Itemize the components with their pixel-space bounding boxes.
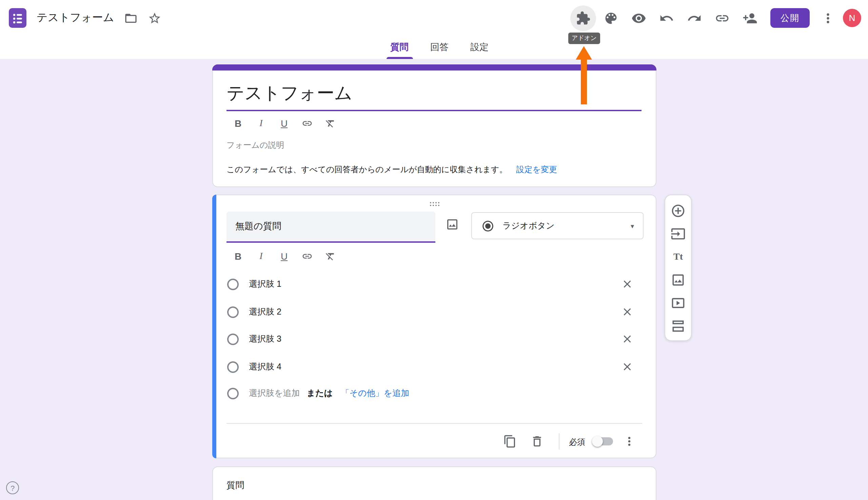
redo-button[interactable] — [681, 5, 707, 31]
option-row: 選択肢 3 — [226, 326, 642, 353]
redo-icon — [687, 11, 701, 25]
tab-bar: 質問 回答 設定 — [0, 36, 868, 59]
star-icon[interactable] — [148, 11, 162, 25]
question-type-value: ラジオボタン — [503, 220, 555, 231]
option-label[interactable]: 選択肢 2 — [249, 306, 281, 318]
header: テストフォーム — [0, 0, 868, 59]
form-title-field[interactable]: テストフォーム — [226, 81, 352, 105]
email-collection-notice: このフォームでは、すべての回答者からのメールが自動的に収集されます。設定を変更 — [226, 164, 557, 175]
tab-questions-label: 質問 — [390, 41, 408, 54]
selected-indicator-bar — [212, 195, 216, 458]
title-format-toolbar: B I U — [232, 117, 336, 130]
option-label[interactable]: 選択肢 1 — [249, 278, 281, 290]
eye-icon — [631, 11, 646, 25]
theme-button[interactable] — [598, 5, 623, 31]
add-image-to-question-button[interactable] — [446, 218, 459, 231]
or-text: または — [307, 387, 333, 399]
insert-link-icon[interactable] — [301, 250, 313, 263]
annotation-arrow — [572, 46, 596, 104]
copy-link-button[interactable] — [709, 5, 735, 31]
palette-icon — [603, 11, 618, 25]
document-title[interactable]: テストフォーム — [37, 11, 114, 25]
add-title-icon[interactable]: Tt — [670, 249, 686, 265]
form-description-field[interactable]: フォームの説明 — [226, 140, 284, 151]
add-section-icon[interactable] — [670, 318, 686, 334]
clear-format-icon[interactable] — [324, 117, 336, 130]
puzzle-icon — [575, 11, 590, 25]
addons-button[interactable] — [570, 5, 596, 31]
radio-circle-icon — [227, 387, 239, 399]
import-questions-icon[interactable] — [670, 226, 686, 242]
header-row: テストフォーム — [0, 0, 868, 36]
question-title-input[interactable]: 無題の質問 — [226, 212, 435, 243]
delete-question-icon[interactable] — [530, 434, 544, 448]
required-label: 必須 — [569, 436, 585, 448]
preview-button[interactable] — [625, 5, 651, 31]
underline-icon[interactable]: U — [278, 250, 290, 263]
question-card: 無題の質問 ラジオボタン ▾ B I U 選択肢 1 選択肢 2 — [212, 195, 656, 458]
add-video-icon[interactable] — [670, 295, 686, 311]
option-row: 選択肢 2 — [226, 298, 642, 326]
option-row: 選択肢 1 — [226, 271, 642, 298]
link-icon — [714, 11, 729, 25]
bold-icon[interactable]: B — [232, 250, 244, 263]
question-type-dropdown[interactable]: ラジオボタン ▾ — [471, 212, 644, 239]
underline-icon[interactable]: U — [278, 117, 290, 130]
undo-icon — [659, 11, 674, 25]
drag-handle[interactable] — [429, 201, 440, 207]
required-toggle[interactable] — [593, 437, 613, 445]
option-label[interactable]: 選択肢 4 — [249, 361, 281, 373]
chevron-down-icon: ▾ — [631, 222, 634, 229]
account-avatar[interactable]: N — [843, 9, 861, 27]
radio-circle-icon — [227, 333, 239, 345]
google-forms-editor: テストフォーム — [0, 0, 868, 500]
person-add-icon — [742, 11, 757, 25]
bold-icon[interactable]: B — [232, 117, 244, 130]
remove-option-icon[interactable] — [621, 333, 633, 345]
add-option-button[interactable]: 選択肢を追加 — [249, 387, 300, 399]
insert-link-icon[interactable] — [301, 117, 313, 130]
radio-circle-icon — [227, 278, 239, 290]
remove-option-icon[interactable] — [621, 361, 633, 373]
remove-option-icon[interactable] — [621, 278, 633, 290]
next-question-card[interactable]: 質問 — [212, 466, 656, 500]
kebab-menu-icon — [820, 11, 835, 25]
more-options-button[interactable] — [818, 5, 838, 31]
publish-button[interactable]: 公開 — [770, 8, 810, 28]
option-row: 選択肢 4 — [226, 353, 642, 380]
add-image-icon[interactable] — [670, 272, 686, 288]
help-button[interactable]: ? — [6, 481, 19, 494]
footer-vertical-divider — [559, 433, 560, 450]
tab-settings-label: 設定 — [470, 41, 488, 54]
notice-text: このフォームでは、すべての回答者からのメールが自動的に収集されます。 — [226, 165, 507, 174]
radio-checked-icon — [482, 219, 494, 232]
tab-responses[interactable]: 回答 — [425, 36, 454, 59]
footer-divider — [226, 423, 642, 424]
radio-circle-icon — [227, 306, 239, 318]
floating-side-toolbar: Tt — [665, 195, 692, 341]
clear-format-icon[interactable] — [324, 250, 336, 263]
question-format-toolbar: B I U — [232, 250, 336, 263]
tab-settings[interactable]: 設定 — [465, 36, 494, 59]
undo-button[interactable] — [653, 5, 679, 31]
radio-circle-icon — [227, 361, 239, 373]
duplicate-question-icon[interactable] — [503, 434, 517, 448]
forms-logo-icon[interactable] — [8, 8, 27, 29]
add-collaborators-button[interactable] — [737, 5, 763, 31]
italic-icon[interactable]: I — [255, 117, 267, 130]
add-other-option-link[interactable]: 「その他」を追加 — [341, 387, 409, 399]
add-option-row: 選択肢を追加 または 「その他」を追加 — [226, 380, 642, 407]
add-question-icon[interactable] — [670, 203, 686, 219]
tt-glyph: Tt — [673, 251, 683, 262]
option-label[interactable]: 選択肢 3 — [249, 333, 281, 345]
tab-responses-label: 回答 — [430, 41, 449, 54]
italic-icon[interactable]: I — [255, 250, 267, 263]
title-focus-underline — [226, 110, 642, 111]
remove-option-icon[interactable] — [621, 306, 633, 318]
move-folder-icon[interactable] — [124, 11, 138, 25]
next-question-title[interactable]: 質問 — [226, 479, 244, 491]
question-more-options-icon[interactable] — [622, 434, 636, 448]
change-settings-link[interactable]: 設定を変更 — [516, 165, 557, 174]
addons-tooltip: アドオン — [568, 33, 600, 44]
tab-questions[interactable]: 質問 — [385, 36, 414, 59]
